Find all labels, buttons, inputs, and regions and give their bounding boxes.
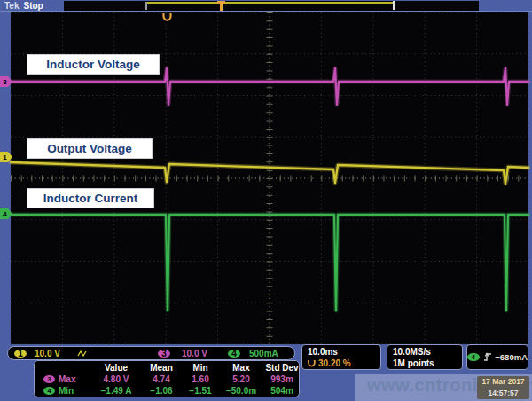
ch4-scale-readout[interactable]: 500mA: [249, 349, 278, 358]
ch3-scale-readout[interactable]: 10.0 V: [182, 349, 207, 358]
meas-value: 4.80 V: [91, 374, 141, 384]
ch1-scale-readout[interactable]: 10.0 V: [35, 349, 60, 358]
inductor-voltage-label: Inductor Voltage: [27, 54, 160, 75]
trigger-source-badge: 4: [467, 353, 480, 361]
ch1-ref-number: 1: [3, 153, 6, 161]
meas-max: 5.20: [219, 374, 263, 384]
datetime-box: 17 Mar 2017 14:57:57: [477, 376, 529, 399]
meas-mean: −1.06: [141, 386, 182, 396]
meas-header-mean: Mean: [141, 363, 182, 373]
meas-header-max: Max: [219, 363, 263, 373]
meas-name: Min: [59, 386, 74, 396]
meas-row-ch3-label: 3 Max: [38, 374, 91, 384]
meas-max: −50.0m: [219, 386, 263, 396]
expansion-point-icon: [162, 13, 172, 21]
oscilloscope-screen: Tek Stop 3 1 4 Inductor Voltage Output V…: [0, 0, 532, 401]
meas-min: 1.60: [182, 374, 219, 384]
date-label: 17 Mar 2017: [477, 376, 529, 388]
trigger-position-percent: 30.20 %: [318, 358, 351, 369]
meas-stddev: 504m: [263, 386, 301, 396]
meas-stddev: 993m: [263, 374, 301, 384]
horizontal-readout-box[interactable]: 10.0ms 30.20 %: [301, 344, 381, 370]
meas-name: Max: [59, 374, 75, 384]
trigger-position-mini-icon: [308, 360, 316, 367]
zoom-bracket-right-tick: [393, 1, 395, 10]
inductor-current-label: Inductor Current: [27, 188, 154, 208]
measurement-table: Value Mean Min Max Std Dev 3 Max 4.80 V …: [34, 360, 300, 397]
acquisition-readout-box[interactable]: 10.0MS/s 1M points: [387, 344, 463, 370]
trigger-readout-box[interactable]: 4 −680mA: [466, 344, 528, 370]
record-length: 1M points: [393, 358, 457, 369]
meas-min: −1.51: [182, 386, 219, 396]
ch3-ref-number: 3: [3, 78, 6, 86]
channel-readout-bar[interactable]: 1 10.0 V 3 10.0 V 4 500mA: [7, 346, 295, 360]
tek-logo: Tek: [4, 1, 20, 11]
time-label: 14:57:57: [477, 388, 529, 398]
sample-rate: 10.0MS/s: [393, 346, 457, 358]
ch4-ref-number: 4: [3, 210, 6, 218]
trigger-level: −680mA: [495, 352, 528, 362]
ch3-badge[interactable]: 3: [158, 350, 170, 358]
ch1-badge[interactable]: 1: [14, 350, 27, 358]
meas-value: −1.49 A: [91, 386, 141, 396]
meas-mean: 4.74: [141, 374, 182, 384]
meas-header-min: Min: [182, 363, 219, 373]
ch1-coupling-icon: [77, 350, 88, 358]
horizontal-scale: 10.0ms: [308, 346, 375, 358]
ch4-badge: 4: [43, 387, 55, 395]
rising-edge-icon: [483, 352, 492, 362]
trigger-position-icon[interactable]: [217, 1, 226, 11]
acq-state-label: Stop: [24, 1, 43, 11]
ch3-badge: 3: [43, 375, 55, 383]
meas-header-value: Value: [91, 363, 141, 373]
meas-header-stddev: Std Dev: [263, 363, 301, 373]
zoom-bracket-left-tick: [145, 2, 147, 10]
ch4-badge[interactable]: 4: [228, 350, 240, 358]
meas-row-ch4-label: 4 Min: [38, 386, 91, 396]
output-voltage-label: Output Voltage: [27, 138, 153, 159]
